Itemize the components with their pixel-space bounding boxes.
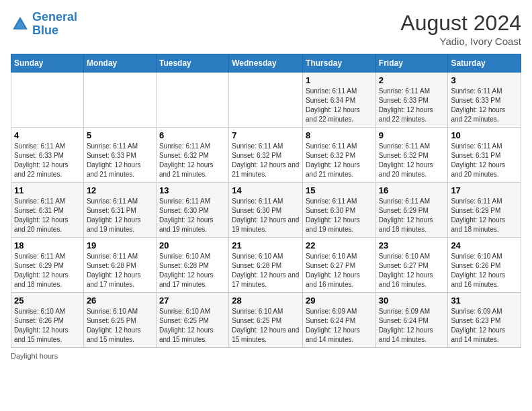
day-info: Sunrise: 6:10 AM Sunset: 6:27 PM Dayligh… <box>379 252 445 289</box>
day-number: 5 <box>87 130 153 140</box>
day-info: Sunrise: 6:11 AM Sunset: 6:33 PM Dayligh… <box>14 142 81 179</box>
calendar-cell: 15Sunrise: 6:11 AM Sunset: 6:30 PM Dayli… <box>303 183 376 238</box>
calendar-cell: 14Sunrise: 6:11 AM Sunset: 6:30 PM Dayli… <box>229 183 303 238</box>
calendar-cell: 26Sunrise: 6:10 AM Sunset: 6:25 PM Dayli… <box>83 293 156 348</box>
calendar-cell <box>83 73 156 128</box>
calendar-cell <box>156 73 228 128</box>
daylight-label: Daylight hours <box>11 352 58 360</box>
day-number: 2 <box>379 75 445 85</box>
day-info: Sunrise: 6:10 AM Sunset: 6:26 PM Dayligh… <box>451 252 518 289</box>
day-info: Sunrise: 6:11 AM Sunset: 6:29 PM Dayligh… <box>14 252 81 289</box>
day-number: 26 <box>87 295 153 306</box>
calendar-cell: 21Sunrise: 6:10 AM Sunset: 6:28 PM Dayli… <box>229 238 303 293</box>
day-number: 30 <box>379 295 445 306</box>
day-number: 8 <box>306 130 373 140</box>
calendar-week-row: 11Sunrise: 6:11 AM Sunset: 6:31 PM Dayli… <box>11 183 521 238</box>
calendar-table: SundayMondayTuesdayWednesdayThursdayFrid… <box>11 54 521 348</box>
footer: Daylight hours <box>11 352 521 360</box>
calendar-cell: 30Sunrise: 6:09 AM Sunset: 6:24 PM Dayli… <box>375 293 448 348</box>
calendar-cell: 11Sunrise: 6:11 AM Sunset: 6:31 PM Dayli… <box>11 183 84 238</box>
weekday-header: Sunday <box>11 54 84 73</box>
day-number: 18 <box>14 240 81 250</box>
calendar-cell: 10Sunrise: 6:11 AM Sunset: 6:31 PM Dayli… <box>448 128 521 183</box>
calendar-week-row: 25Sunrise: 6:10 AM Sunset: 6:26 PM Dayli… <box>11 293 521 348</box>
day-info: Sunrise: 6:10 AM Sunset: 6:25 PM Dayligh… <box>232 307 300 345</box>
day-number: 29 <box>306 295 373 306</box>
weekday-header: Thursday <box>303 54 376 73</box>
day-info: Sunrise: 6:11 AM Sunset: 6:31 PM Dayligh… <box>451 142 518 179</box>
day-number: 19 <box>87 240 153 250</box>
logo-text: General Blue <box>32 11 77 38</box>
day-info: Sunrise: 6:09 AM Sunset: 6:24 PM Dayligh… <box>379 307 445 345</box>
day-number: 9 <box>379 130 445 140</box>
day-number: 11 <box>14 185 81 195</box>
calendar-cell <box>11 73 84 128</box>
calendar-cell: 2Sunrise: 6:11 AM Sunset: 6:33 PM Daylig… <box>375 73 448 128</box>
calendar-cell: 16Sunrise: 6:11 AM Sunset: 6:29 PM Dayli… <box>375 183 448 238</box>
day-info: Sunrise: 6:10 AM Sunset: 6:28 PM Dayligh… <box>159 252 226 289</box>
day-info: Sunrise: 6:10 AM Sunset: 6:25 PM Dayligh… <box>87 307 153 345</box>
calendar-cell: 29Sunrise: 6:09 AM Sunset: 6:24 PM Dayli… <box>303 293 376 348</box>
calendar-week-row: 1Sunrise: 6:11 AM Sunset: 6:34 PM Daylig… <box>11 73 521 128</box>
day-info: Sunrise: 6:11 AM Sunset: 6:33 PM Dayligh… <box>451 87 518 124</box>
calendar-cell: 5Sunrise: 6:11 AM Sunset: 6:33 PM Daylig… <box>83 128 156 183</box>
title-block: August 2024 Yadio, Ivory Coast <box>400 11 521 47</box>
calendar-cell: 19Sunrise: 6:11 AM Sunset: 6:28 PM Dayli… <box>83 238 156 293</box>
day-number: 10 <box>451 130 518 140</box>
day-number: 15 <box>306 185 373 195</box>
calendar-cell: 7Sunrise: 6:11 AM Sunset: 6:32 PM Daylig… <box>229 128 303 183</box>
day-info: Sunrise: 6:11 AM Sunset: 6:32 PM Dayligh… <box>306 142 373 179</box>
calendar-cell: 23Sunrise: 6:10 AM Sunset: 6:27 PM Dayli… <box>375 238 448 293</box>
day-info: Sunrise: 6:11 AM Sunset: 6:28 PM Dayligh… <box>87 252 153 289</box>
weekday-header: Tuesday <box>156 54 228 73</box>
day-number: 21 <box>232 240 300 250</box>
day-number: 24 <box>451 240 518 250</box>
day-number: 7 <box>232 130 300 140</box>
day-number: 28 <box>232 295 300 306</box>
day-info: Sunrise: 6:10 AM Sunset: 6:26 PM Dayligh… <box>14 307 81 345</box>
day-info: Sunrise: 6:11 AM Sunset: 6:32 PM Dayligh… <box>379 142 445 179</box>
day-info: Sunrise: 6:11 AM Sunset: 6:32 PM Dayligh… <box>232 142 300 179</box>
day-info: Sunrise: 6:10 AM Sunset: 6:28 PM Dayligh… <box>232 252 300 289</box>
day-info: Sunrise: 6:11 AM Sunset: 6:32 PM Dayligh… <box>159 142 226 179</box>
day-info: Sunrise: 6:09 AM Sunset: 6:24 PM Dayligh… <box>306 307 373 345</box>
day-info: Sunrise: 6:11 AM Sunset: 6:31 PM Dayligh… <box>87 197 153 234</box>
calendar-cell: 17Sunrise: 6:11 AM Sunset: 6:29 PM Dayli… <box>448 183 521 238</box>
day-number: 12 <box>87 185 153 195</box>
day-number: 14 <box>232 185 300 195</box>
day-info: Sunrise: 6:11 AM Sunset: 6:33 PM Dayligh… <box>87 142 153 179</box>
calendar-cell: 9Sunrise: 6:11 AM Sunset: 6:32 PM Daylig… <box>375 128 448 183</box>
day-number: 22 <box>306 240 373 250</box>
logo-icon <box>11 15 30 34</box>
day-info: Sunrise: 6:11 AM Sunset: 6:29 PM Dayligh… <box>451 197 518 234</box>
weekday-header: Saturday <box>448 54 521 73</box>
day-number: 31 <box>451 295 518 306</box>
calendar-cell: 27Sunrise: 6:10 AM Sunset: 6:25 PM Dayli… <box>156 293 228 348</box>
calendar-cell: 25Sunrise: 6:10 AM Sunset: 6:26 PM Dayli… <box>11 293 84 348</box>
day-info: Sunrise: 6:11 AM Sunset: 6:33 PM Dayligh… <box>379 87 445 124</box>
day-info: Sunrise: 6:11 AM Sunset: 6:31 PM Dayligh… <box>14 197 81 234</box>
calendar-title: August 2024 <box>400 11 521 36</box>
calendar-cell: 6Sunrise: 6:11 AM Sunset: 6:32 PM Daylig… <box>156 128 228 183</box>
calendar-cell: 22Sunrise: 6:10 AM Sunset: 6:27 PM Dayli… <box>303 238 376 293</box>
day-info: Sunrise: 6:10 AM Sunset: 6:25 PM Dayligh… <box>159 307 226 345</box>
weekday-header: Wednesday <box>229 54 303 73</box>
day-number: 23 <box>379 240 445 250</box>
day-info: Sunrise: 6:11 AM Sunset: 6:30 PM Dayligh… <box>232 197 300 234</box>
day-info: Sunrise: 6:11 AM Sunset: 6:34 PM Dayligh… <box>306 87 373 124</box>
calendar-cell: 8Sunrise: 6:11 AM Sunset: 6:32 PM Daylig… <box>303 128 376 183</box>
day-number: 1 <box>306 75 373 85</box>
weekday-header: Friday <box>375 54 448 73</box>
calendar-cell: 4Sunrise: 6:11 AM Sunset: 6:33 PM Daylig… <box>11 128 84 183</box>
calendar-cell: 18Sunrise: 6:11 AM Sunset: 6:29 PM Dayli… <box>11 238 84 293</box>
weekday-header-row: SundayMondayTuesdayWednesdayThursdayFrid… <box>11 54 521 73</box>
day-info: Sunrise: 6:10 AM Sunset: 6:27 PM Dayligh… <box>306 252 373 289</box>
calendar-week-row: 18Sunrise: 6:11 AM Sunset: 6:29 PM Dayli… <box>11 238 521 293</box>
day-number: 16 <box>379 185 445 195</box>
day-info: Sunrise: 6:11 AM Sunset: 6:30 PM Dayligh… <box>306 197 373 234</box>
day-info: Sunrise: 6:11 AM Sunset: 6:30 PM Dayligh… <box>159 197 226 234</box>
calendar-cell: 1Sunrise: 6:11 AM Sunset: 6:34 PM Daylig… <box>303 73 376 128</box>
day-number: 4 <box>14 130 81 140</box>
calendar-cell: 31Sunrise: 6:09 AM Sunset: 6:23 PM Dayli… <box>448 293 521 348</box>
weekday-header: Monday <box>83 54 156 73</box>
